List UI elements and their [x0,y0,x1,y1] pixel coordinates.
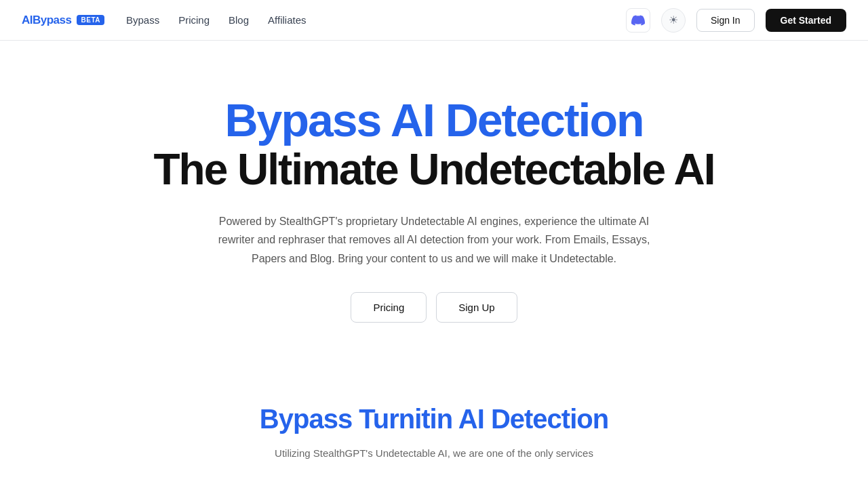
signin-button[interactable]: Sign In [696,9,755,32]
hero-pricing-button[interactable]: Pricing [351,292,427,323]
nav-link-bypass[interactable]: Bypass [126,14,159,26]
get-started-button[interactable]: Get Started [766,9,846,32]
nav-link-affiliates[interactable]: Affiliates [268,14,306,26]
logo-area: AIBypass BETA [22,14,104,27]
nav-right: ☀ Sign In Get Started [626,8,846,33]
nav-link-pricing[interactable]: Pricing [178,14,210,26]
hero-section: Bypass AI Detection The Ultimate Undetec… [0,41,868,363]
hero-buttons: Pricing Sign Up [351,292,517,323]
section-description: Utilizing StealthGPT's Undetectable AI, … [275,445,593,462]
hero-heading-2: The Ultimate Undetectable AI [153,146,714,193]
theme-toggle-icon[interactable]: ☀ [661,8,686,33]
beta-badge: BETA [77,15,104,25]
nav-links: Bypass Pricing Blog Affiliates [126,14,626,26]
section-heading: Bypass Turnitin AI Detection [260,404,608,434]
logo-ai: AI [22,14,33,26]
logo-text: AIBypass [22,14,71,27]
hero-signup-button[interactable]: Sign Up [436,292,517,323]
nav-link-blog[interactable]: Blog [229,14,249,26]
below-fold-section: Bypass Turnitin AI Detection Utilizing S… [0,363,868,488]
hero-heading-1: Bypass AI Detection [225,95,644,146]
hero-description: Powered by StealthGPT's proprietary Unde… [203,212,665,268]
discord-icon[interactable] [626,8,650,33]
navbar: AIBypass BETA Bypass Pricing Blog Affili… [0,0,868,41]
